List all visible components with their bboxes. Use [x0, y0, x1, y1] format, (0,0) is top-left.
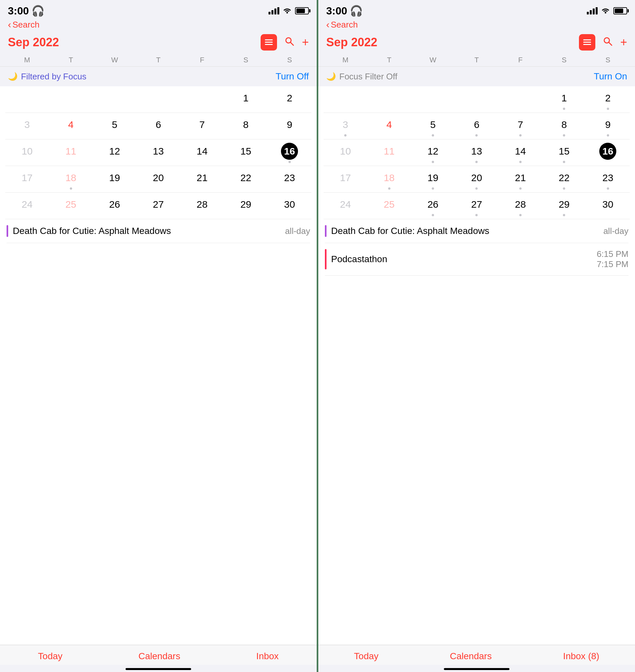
tab-today-left[interactable]: Today [38, 651, 63, 662]
cal-cell[interactable]: 4 [49, 113, 92, 140]
event-row-right-1[interactable]: Death Cab for Cutie: Asphalt Meadows all… [325, 219, 629, 243]
cal-cell[interactable]: 21 [499, 166, 542, 193]
cal-cell[interactable]: 23 [586, 166, 630, 193]
cal-cell[interactable]: 12 [93, 140, 136, 166]
cal-cell[interactable]: 5 [93, 113, 136, 140]
cal-cell-today-left[interactable]: 16 [268, 140, 311, 166]
cal-cell[interactable]: 24 [5, 193, 49, 219]
focus-toggle-left[interactable]: Turn Off [276, 71, 309, 82]
search-button-left[interactable] [284, 36, 295, 48]
cal-cell[interactable]: 17 [324, 166, 367, 193]
add-button-left[interactable]: + [302, 37, 309, 48]
cal-cell[interactable]: 21 [180, 166, 224, 193]
cal-cell[interactable]: 11 [49, 140, 92, 166]
cal-cell[interactable]: 1 [542, 86, 586, 113]
focus-toggle-right[interactable]: Turn On [594, 71, 627, 82]
cal-cell[interactable]: 3 [5, 113, 49, 140]
back-bar-right: ‹ Search [318, 19, 635, 33]
day-header-m-right: M [324, 54, 367, 66]
cal-cell[interactable] [455, 86, 498, 113]
cal-cell[interactable]: 15 [224, 140, 267, 166]
cal-cell[interactable]: 29 [542, 193, 586, 219]
cal-cell[interactable]: 18 [49, 166, 92, 193]
battery-fill-right [615, 8, 623, 13]
cal-cell[interactable]: 6 [455, 113, 498, 140]
cal-cell[interactable]: 19 [93, 166, 136, 193]
cal-cell[interactable]: 14 [180, 140, 224, 166]
signal-bar-2r [590, 10, 592, 15]
back-button-right[interactable]: ‹ Search [326, 19, 627, 30]
cal-cell[interactable]: 12 [411, 140, 455, 166]
cal-cell[interactable] [367, 86, 411, 113]
cal-cell[interactable]: 17 [5, 166, 49, 193]
cal-cell[interactable]: 27 [455, 193, 498, 219]
cal-cell[interactable]: 30 [586, 193, 630, 219]
wifi-icon-left [283, 6, 292, 16]
cal-cell[interactable]: 6 [136, 113, 180, 140]
cal-cell[interactable]: 13 [455, 140, 498, 166]
cal-cell[interactable]: 3 [324, 113, 367, 140]
cal-cell[interactable] [136, 86, 180, 113]
cal-cell[interactable]: 26 [93, 193, 136, 219]
event-row-right-2[interactable]: Podcastathon 6:15 PM 7:15 PM [325, 243, 629, 276]
cal-cell[interactable]: 29 [224, 193, 267, 219]
list-view-button-right[interactable] [579, 34, 595, 50]
cal-cell[interactable]: 28 [180, 193, 224, 219]
left-panel: 3:00 🎧 ‹ Search Sep 2022 [0, 0, 317, 672]
cal-cell[interactable]: 30 [268, 193, 311, 219]
cal-cell[interactable] [5, 86, 49, 113]
cal-cell[interactable]: 4 [367, 113, 411, 140]
cal-cell[interactable]: 7 [180, 113, 224, 140]
cal-cell[interactable]: 15 [542, 140, 586, 166]
cal-cell[interactable]: 25 [367, 193, 411, 219]
tab-inbox-left[interactable]: Inbox [256, 651, 279, 662]
cal-cell[interactable]: 2 [268, 86, 311, 113]
cal-cell-today-right[interactable]: 16 [586, 140, 630, 166]
cal-cell[interactable]: 18 [367, 166, 411, 193]
cal-cell[interactable]: 8 [542, 113, 586, 140]
cal-cell[interactable]: 8 [224, 113, 267, 140]
cal-cell[interactable]: 13 [136, 140, 180, 166]
cal-cell[interactable]: 11 [367, 140, 411, 166]
cal-cell[interactable]: 24 [324, 193, 367, 219]
cal-cell[interactable]: 27 [136, 193, 180, 219]
cal-cell[interactable]: 1 [224, 86, 267, 113]
event-row-left-1[interactable]: Death Cab for Cutie: Asphalt Meadows all… [6, 219, 310, 243]
cal-cell[interactable] [499, 86, 542, 113]
cal-cell[interactable]: 2 [586, 86, 630, 113]
focus-bar-left: 🌙 Filtered by Focus Turn Off [0, 67, 317, 86]
cal-cell[interactable]: 22 [224, 166, 267, 193]
cal-cell[interactable]: 10 [5, 140, 49, 166]
cal-cell[interactable]: 28 [499, 193, 542, 219]
cal-cell[interactable]: 19 [411, 166, 455, 193]
cal-cell[interactable]: 26 [411, 193, 455, 219]
cal-cell[interactable] [49, 86, 92, 113]
cal-cell[interactable]: 14 [499, 140, 542, 166]
tab-calendars-right[interactable]: Calendars [450, 651, 492, 662]
tab-calendars-left[interactable]: Calendars [138, 651, 180, 662]
cal-cell[interactable] [180, 86, 224, 113]
tab-inbox-right[interactable]: Inbox (8) [563, 651, 599, 662]
list-view-button-left[interactable] [261, 34, 277, 50]
search-button-right[interactable] [603, 36, 613, 48]
cal-cell[interactable] [324, 86, 367, 113]
cal-cell[interactable]: 20 [136, 166, 180, 193]
back-button-left[interactable]: ‹ Search [8, 19, 309, 30]
cal-cell[interactable]: 7 [499, 113, 542, 140]
cal-cell[interactable]: 5 [411, 113, 455, 140]
signal-bar-3r [593, 8, 595, 15]
signal-bar-1r [587, 12, 589, 15]
day-headers-left: M T W T F S S [0, 54, 317, 67]
cal-cell[interactable]: 25 [49, 193, 92, 219]
tab-today-right[interactable]: Today [354, 651, 379, 662]
cal-cell[interactable]: 20 [455, 166, 498, 193]
cal-cell[interactable]: 9 [268, 113, 311, 140]
svg-rect-0 [265, 39, 273, 40]
cal-cell[interactable]: 23 [268, 166, 311, 193]
cal-cell[interactable]: 10 [324, 140, 367, 166]
add-button-right[interactable]: + [620, 37, 627, 48]
cal-cell[interactable] [93, 86, 136, 113]
cal-cell[interactable]: 9 [586, 113, 630, 140]
cal-cell[interactable] [411, 86, 455, 113]
cal-cell[interactable]: 22 [542, 166, 586, 193]
